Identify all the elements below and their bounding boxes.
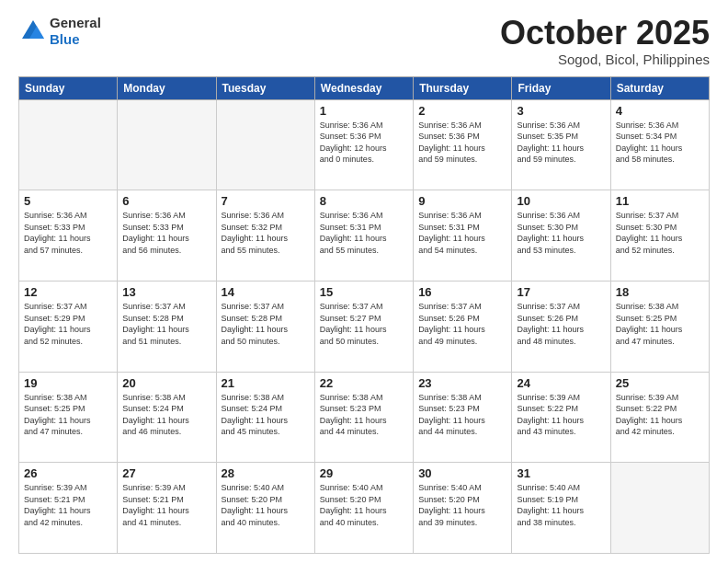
day-info: Sunrise: 5:40 AM Sunset: 5:20 PM Dayligh… (320, 482, 408, 528)
day-number: 14 (222, 285, 310, 299)
calendar-cell: 29Sunrise: 5:40 AM Sunset: 5:20 PM Dayli… (314, 463, 413, 554)
calendar-cell (118, 99, 216, 190)
logo-blue: Blue (50, 31, 80, 47)
day-number: 3 (517, 104, 605, 118)
day-number: 5 (24, 194, 112, 208)
day-info: Sunrise: 5:40 AM Sunset: 5:20 PM Dayligh… (418, 482, 506, 528)
calendar-cell: 4Sunrise: 5:36 AM Sunset: 5:34 PM Daylig… (610, 99, 709, 190)
day-number: 18 (616, 285, 704, 299)
weekday-header-wednesday: Wednesday (314, 76, 413, 99)
day-number: 24 (517, 376, 605, 390)
day-number: 20 (122, 376, 210, 390)
day-number: 2 (418, 104, 506, 118)
day-number: 8 (320, 194, 408, 208)
calendar-cell: 5Sunrise: 5:36 AM Sunset: 5:33 PM Daylig… (19, 190, 118, 282)
calendar-cell: 15Sunrise: 5:37 AM Sunset: 5:27 PM Dayli… (314, 281, 413, 372)
day-number: 27 (122, 466, 210, 480)
calendar-cell: 22Sunrise: 5:38 AM Sunset: 5:23 PM Dayli… (314, 372, 413, 463)
header: General Blue October 2025 Sogod, Bicol, … (18, 15, 710, 67)
day-number: 19 (24, 376, 112, 390)
calendar-cell: 3Sunrise: 5:36 AM Sunset: 5:35 PM Daylig… (512, 99, 610, 190)
day-info: Sunrise: 5:38 AM Sunset: 5:23 PM Dayligh… (418, 392, 506, 438)
calendar-week-4: 19Sunrise: 5:38 AM Sunset: 5:25 PM Dayli… (19, 372, 710, 463)
day-info: Sunrise: 5:36 AM Sunset: 5:31 PM Dayligh… (418, 210, 506, 256)
calendar-cell: 28Sunrise: 5:40 AM Sunset: 5:20 PM Dayli… (216, 463, 314, 554)
day-info: Sunrise: 5:40 AM Sunset: 5:19 PM Dayligh… (517, 482, 605, 528)
weekday-header-sunday: Sunday (19, 76, 118, 99)
calendar-cell: 14Sunrise: 5:37 AM Sunset: 5:28 PM Dayli… (216, 281, 314, 372)
day-info: Sunrise: 5:39 AM Sunset: 5:21 PM Dayligh… (122, 482, 210, 528)
day-number: 16 (418, 285, 506, 299)
calendar-cell (216, 99, 314, 190)
day-info: Sunrise: 5:36 AM Sunset: 5:36 PM Dayligh… (320, 120, 408, 166)
weekday-header-friday: Friday (512, 76, 610, 99)
calendar-cell: 27Sunrise: 5:39 AM Sunset: 5:21 PM Dayli… (118, 463, 216, 554)
day-number: 11 (616, 194, 704, 208)
day-number: 30 (418, 466, 506, 480)
day-info: Sunrise: 5:37 AM Sunset: 5:26 PM Dayligh… (418, 301, 506, 347)
calendar-cell: 7Sunrise: 5:36 AM Sunset: 5:32 PM Daylig… (216, 190, 314, 282)
calendar-cell: 1Sunrise: 5:36 AM Sunset: 5:36 PM Daylig… (314, 99, 413, 190)
day-number: 23 (418, 376, 506, 390)
day-info: Sunrise: 5:37 AM Sunset: 5:27 PM Dayligh… (320, 301, 408, 347)
calendar-cell (19, 99, 118, 190)
day-number: 31 (517, 466, 605, 480)
weekday-header-thursday: Thursday (414, 76, 512, 99)
calendar-body: 1Sunrise: 5:36 AM Sunset: 5:36 PM Daylig… (19, 99, 710, 553)
day-number: 22 (320, 376, 408, 390)
calendar-cell: 13Sunrise: 5:37 AM Sunset: 5:28 PM Dayli… (118, 281, 216, 372)
calendar-cell: 11Sunrise: 5:37 AM Sunset: 5:30 PM Dayli… (610, 190, 709, 282)
calendar-table: SundayMondayTuesdayWednesdayThursdayFrid… (18, 76, 710, 554)
calendar-cell: 9Sunrise: 5:36 AM Sunset: 5:31 PM Daylig… (414, 190, 512, 282)
day-info: Sunrise: 5:38 AM Sunset: 5:23 PM Dayligh… (320, 392, 408, 438)
day-number: 6 (122, 194, 210, 208)
logo-icon (18, 17, 48, 46)
weekday-header-saturday: Saturday (610, 76, 709, 99)
calendar-week-1: 1Sunrise: 5:36 AM Sunset: 5:36 PM Daylig… (19, 99, 710, 190)
day-info: Sunrise: 5:36 AM Sunset: 5:32 PM Dayligh… (222, 210, 310, 256)
day-info: Sunrise: 5:38 AM Sunset: 5:24 PM Dayligh… (222, 392, 310, 438)
calendar-cell: 26Sunrise: 5:39 AM Sunset: 5:21 PM Dayli… (19, 463, 118, 554)
calendar-cell: 31Sunrise: 5:40 AM Sunset: 5:19 PM Dayli… (512, 463, 610, 554)
day-info: Sunrise: 5:36 AM Sunset: 5:30 PM Dayligh… (517, 210, 605, 256)
calendar-cell: 25Sunrise: 5:39 AM Sunset: 5:22 PM Dayli… (610, 372, 709, 463)
day-number: 9 (418, 194, 506, 208)
day-number: 21 (222, 376, 310, 390)
day-number: 7 (222, 194, 310, 208)
day-info: Sunrise: 5:38 AM Sunset: 5:24 PM Dayligh… (122, 392, 210, 438)
day-info: Sunrise: 5:40 AM Sunset: 5:20 PM Dayligh… (222, 482, 310, 528)
day-info: Sunrise: 5:36 AM Sunset: 5:34 PM Dayligh… (616, 120, 704, 166)
day-number: 13 (122, 285, 210, 299)
title-block: October 2025 Sogod, Bicol, Philippines (500, 15, 710, 67)
day-number: 26 (24, 466, 112, 480)
calendar-cell: 20Sunrise: 5:38 AM Sunset: 5:24 PM Dayli… (118, 372, 216, 463)
calendar-week-3: 12Sunrise: 5:37 AM Sunset: 5:29 PM Dayli… (19, 281, 710, 372)
calendar-cell: 6Sunrise: 5:36 AM Sunset: 5:33 PM Daylig… (118, 190, 216, 282)
calendar-cell: 8Sunrise: 5:36 AM Sunset: 5:31 PM Daylig… (314, 190, 413, 282)
day-info: Sunrise: 5:38 AM Sunset: 5:25 PM Dayligh… (616, 301, 704, 347)
day-info: Sunrise: 5:39 AM Sunset: 5:22 PM Dayligh… (517, 392, 605, 438)
calendar-week-5: 26Sunrise: 5:39 AM Sunset: 5:21 PM Dayli… (19, 463, 710, 554)
calendar-cell: 2Sunrise: 5:36 AM Sunset: 5:36 PM Daylig… (414, 99, 512, 190)
day-info: Sunrise: 5:37 AM Sunset: 5:26 PM Dayligh… (517, 301, 605, 347)
day-info: Sunrise: 5:37 AM Sunset: 5:28 PM Dayligh… (122, 301, 210, 347)
day-info: Sunrise: 5:37 AM Sunset: 5:29 PM Dayligh… (24, 301, 112, 347)
day-number: 17 (517, 285, 605, 299)
calendar-cell: 19Sunrise: 5:38 AM Sunset: 5:25 PM Dayli… (19, 372, 118, 463)
calendar-title: October 2025 (500, 15, 710, 52)
calendar-cell: 24Sunrise: 5:39 AM Sunset: 5:22 PM Dayli… (512, 372, 610, 463)
logo: General Blue (18, 15, 101, 48)
day-info: Sunrise: 5:37 AM Sunset: 5:30 PM Dayligh… (616, 210, 704, 256)
calendar-cell: 21Sunrise: 5:38 AM Sunset: 5:24 PM Dayli… (216, 372, 314, 463)
calendar-cell: 18Sunrise: 5:38 AM Sunset: 5:25 PM Dayli… (610, 281, 709, 372)
day-number: 1 (320, 104, 408, 118)
calendar-week-2: 5Sunrise: 5:36 AM Sunset: 5:33 PM Daylig… (19, 190, 710, 282)
weekday-header: SundayMondayTuesdayWednesdayThursdayFrid… (19, 76, 710, 99)
page: General Blue October 2025 Sogod, Bicol, … (0, 0, 728, 563)
day-info: Sunrise: 5:36 AM Sunset: 5:31 PM Dayligh… (320, 210, 408, 256)
day-number: 12 (24, 285, 112, 299)
logo-general: General (50, 15, 101, 30)
day-info: Sunrise: 5:37 AM Sunset: 5:28 PM Dayligh… (222, 301, 310, 347)
calendar-subtitle: Sogod, Bicol, Philippines (500, 52, 710, 67)
calendar-cell: 17Sunrise: 5:37 AM Sunset: 5:26 PM Dayli… (512, 281, 610, 372)
